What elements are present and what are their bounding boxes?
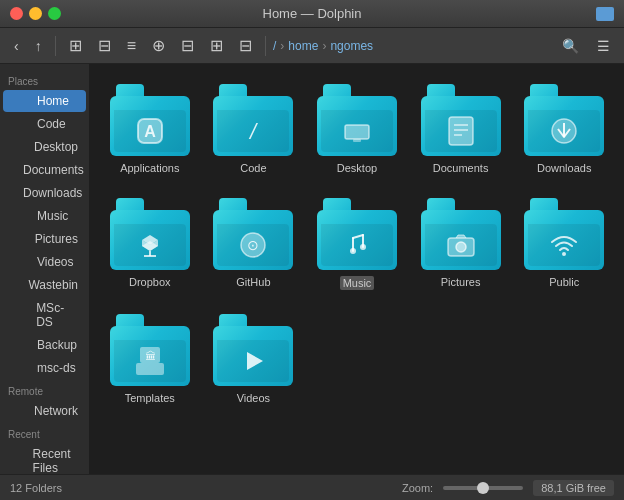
sidebar-item-recent-files[interactable]: Recent Files (3, 443, 86, 474)
toolbar-separator-1 (55, 36, 56, 56)
folder-label-downloads: Downloads (537, 162, 591, 174)
breadcrumb-root[interactable]: / (273, 39, 276, 53)
folder-inner-applications: A (114, 110, 186, 152)
folder-icon-videos (213, 314, 293, 386)
folder-icon-documents (421, 84, 501, 156)
sidebar-item-home[interactable]: Home (3, 90, 86, 112)
sidebar-item-network[interactable]: Network (3, 400, 86, 422)
zoom-slider[interactable] (443, 486, 523, 490)
folder-label-desktop: Desktop (337, 162, 377, 174)
folder-body-dropbox (110, 210, 190, 270)
folder-item-github[interactable]: ⊙GitHub (206, 190, 302, 298)
svg-marker-27 (247, 352, 263, 370)
svg-text:A: A (144, 123, 156, 140)
sidebar-item-music[interactable]: Music (3, 205, 86, 227)
titlebar: Home — Dolphin (0, 0, 624, 28)
folder-item-pictures[interactable]: Pictures (413, 190, 509, 298)
view-list-button[interactable]: ≡ (121, 34, 142, 58)
sidebar-label-network: Network (34, 404, 78, 418)
sidebar-item-wastebin[interactable]: Wastebin (3, 274, 86, 296)
sidebar-item-code[interactable]: Code (3, 113, 86, 135)
breadcrumb-home[interactable]: home (288, 39, 318, 53)
svg-point-19 (350, 248, 356, 254)
folder-inner-music (321, 224, 393, 266)
folder-label-applications: Applications (120, 162, 179, 174)
sidebar-label-msc-ds: MSc-DS (36, 301, 78, 329)
folder-body-downloads (524, 96, 604, 156)
view-compact-button[interactable]: ⊕ (146, 33, 171, 58)
menu-button[interactable]: ☰ (591, 35, 616, 57)
sidebar-icon-music (17, 209, 31, 223)
sidebar-label-videos: Videos (37, 255, 73, 269)
folder-label-code: Code (240, 162, 266, 174)
folder-icon-downloads (524, 84, 604, 156)
folder-inner-downloads (528, 110, 600, 152)
up-button[interactable]: ↑ (29, 35, 48, 57)
folder-count: 12 Folders (10, 482, 62, 494)
folder-icon-public (524, 198, 604, 270)
sidebar-icon-wastebin (17, 278, 22, 292)
svg-point-22 (456, 242, 466, 252)
folder-inner-videos (217, 340, 289, 382)
sidebar-icon-pictures (17, 232, 29, 246)
main-layout: PlacesHomeCodeDesktopDocumentsDownloadsM… (0, 64, 624, 474)
view-details-button[interactable]: ⊟ (92, 33, 117, 58)
toolbar-search: 🔍 ☰ (556, 35, 616, 57)
view-icons-button[interactable]: ⊞ (63, 33, 88, 58)
svg-rect-5 (449, 117, 473, 145)
folder-inner-code: / (217, 110, 289, 152)
folder-body-github: ⊙ (213, 210, 293, 270)
view-tree-button[interactable]: ⊟ (175, 33, 200, 58)
folder-icon-pictures (421, 198, 501, 270)
view-grid-button[interactable]: ⊞ (204, 33, 229, 58)
app-icon (596, 7, 614, 21)
folder-icon-github: ⊙ (213, 198, 293, 270)
back-button[interactable]: ‹ (8, 35, 25, 57)
folder-item-code[interactable]: /Code (206, 76, 302, 182)
sidebar-item-pictures[interactable]: Pictures (3, 228, 86, 250)
folder-item-downloads[interactable]: Downloads (516, 76, 612, 182)
toolbar-separator-2 (265, 36, 266, 56)
folder-label-videos: Videos (237, 392, 270, 404)
folder-label-github: GitHub (236, 276, 270, 288)
sidebar-icon-desktop (17, 140, 28, 154)
view-panel-button[interactable]: ⊟ (233, 33, 258, 58)
folder-item-videos[interactable]: Videos (206, 306, 302, 412)
sidebar-item-backup[interactable]: Backup (3, 334, 86, 356)
folder-body-desktop (317, 96, 397, 156)
folder-label-dropbox: Dropbox (129, 276, 171, 288)
folder-inner-pictures (425, 224, 497, 266)
folder-item-applications[interactable]: AApplications (102, 76, 198, 182)
sidebar-section-remote: Remote (0, 380, 89, 399)
sidebar-label-recent-files: Recent Files (33, 447, 78, 474)
folder-body-applications: A (110, 96, 190, 156)
breadcrumb-user[interactable]: ngomes (330, 39, 373, 53)
sidebar-icon-code (17, 117, 31, 131)
sidebar-item-downloads[interactable]: Downloads (3, 182, 86, 204)
search-button[interactable]: 🔍 (556, 35, 585, 57)
folder-item-public[interactable]: Public (516, 190, 612, 298)
sidebar-item-desktop[interactable]: Desktop (3, 136, 86, 158)
folder-inner-documents (425, 110, 497, 152)
maximize-button[interactable] (48, 7, 61, 20)
folder-item-templates[interactable]: 🏛Templates (102, 306, 198, 412)
svg-rect-4 (353, 139, 361, 142)
folder-item-dropbox[interactable]: Dropbox (102, 190, 198, 298)
sidebar-item-videos[interactable]: Videos (3, 251, 86, 273)
sidebar-item-documents[interactable]: Documents (3, 159, 86, 181)
folder-item-music[interactable]: Music (309, 190, 405, 298)
folder-item-desktop[interactable]: Desktop (309, 76, 405, 182)
sidebar-item-msc-ds2[interactable]: msc-ds (3, 357, 86, 379)
folder-body-pictures (421, 210, 501, 270)
folder-label-templates: Templates (125, 392, 175, 404)
svg-text:🏛: 🏛 (144, 350, 155, 362)
sidebar-label-msc-ds2: msc-ds (37, 361, 76, 375)
sidebar-icon-network (17, 404, 28, 418)
folder-body-templates: 🏛 (110, 326, 190, 386)
folder-item-documents[interactable]: Documents (413, 76, 509, 182)
sidebar-item-msc-ds[interactable]: MSc-DS (3, 297, 86, 333)
sidebar-section-places: Places (0, 70, 89, 89)
close-button[interactable] (10, 7, 23, 20)
minimize-button[interactable] (29, 7, 42, 20)
window-controls (10, 7, 61, 20)
